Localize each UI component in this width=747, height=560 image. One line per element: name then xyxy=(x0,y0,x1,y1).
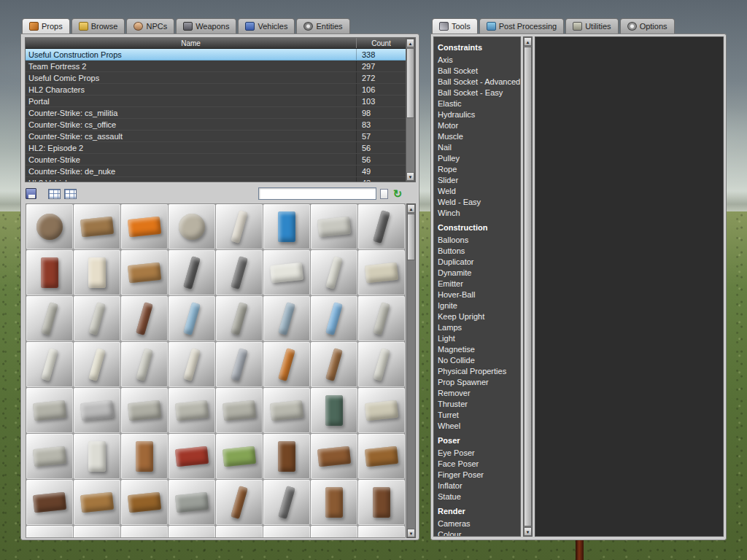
prop-thumbnail[interactable] xyxy=(169,296,215,341)
tool-item[interactable]: Physical Properties xyxy=(434,366,520,377)
scroll-up-button[interactable]: ▲ xyxy=(524,37,532,46)
prop-thumbnail[interactable] xyxy=(26,250,73,295)
tool-item[interactable]: Balloons xyxy=(434,235,520,246)
tool-item[interactable]: Lamps xyxy=(434,322,520,333)
tool-item[interactable]: Prop Spawner xyxy=(434,377,520,388)
tool-item[interactable]: Statue xyxy=(434,491,520,502)
prop-thumbnail[interactable] xyxy=(311,296,357,341)
tool-tab-options[interactable]: Options xyxy=(620,18,675,34)
prop-thumbnail[interactable] xyxy=(216,342,263,387)
tool-item[interactable]: Pulley xyxy=(434,153,520,164)
prop-thumbnail[interactable] xyxy=(169,342,215,387)
prop-thumbnail[interactable] xyxy=(26,480,73,525)
prop-thumbnail[interactable] xyxy=(311,480,357,525)
save-icon[interactable] xyxy=(26,188,36,199)
prop-thumbnail[interactable] xyxy=(358,342,405,387)
tool-item[interactable]: Ball Socket xyxy=(434,66,520,77)
prop-thumbnail[interactable] xyxy=(121,480,168,525)
prop-thumbnail[interactable] xyxy=(263,480,310,525)
prop-thumbnail[interactable] xyxy=(121,204,168,249)
prop-thumbnail[interactable] xyxy=(121,434,168,479)
scroll-down-button[interactable]: ▼ xyxy=(407,529,415,537)
category-row[interactable]: HL2 Characters106 xyxy=(26,84,406,96)
prop-thumbnail[interactable] xyxy=(26,204,73,249)
tool-item[interactable]: Wheel xyxy=(434,421,520,432)
category-row[interactable]: Counter-Strike: cs_office83 xyxy=(26,119,406,131)
tool-item[interactable]: Ball Socket - Advanced xyxy=(434,77,520,88)
tool-list-scrollbar[interactable]: ▲ ▼ xyxy=(523,36,533,537)
tool-item[interactable]: Hover-Ball xyxy=(434,289,520,300)
tool-item[interactable]: Weld xyxy=(434,186,520,197)
prop-thumbnail[interactable] xyxy=(216,526,263,538)
prop-thumbnail[interactable] xyxy=(358,296,405,341)
tool-item[interactable]: Emitter xyxy=(434,279,520,289)
prop-thumbnail[interactable] xyxy=(169,480,215,525)
tool-item[interactable]: Rope xyxy=(434,164,520,175)
prop-thumbnail[interactable] xyxy=(74,250,120,295)
scroll-down-button[interactable]: ▼ xyxy=(406,172,414,181)
prop-thumbnail[interactable] xyxy=(358,388,405,433)
tool-item[interactable]: Colour xyxy=(434,529,520,537)
scroll-up-button[interactable]: ▲ xyxy=(407,204,415,213)
prop-thumbnail[interactable] xyxy=(169,388,215,433)
category-row[interactable]: Useful Comic Props272 xyxy=(26,72,406,84)
tool-item[interactable]: Weld - Easy xyxy=(434,197,520,208)
tool-item[interactable]: Muscle xyxy=(434,131,520,142)
search-input[interactable] xyxy=(258,187,376,200)
prop-thumbnail[interactable] xyxy=(74,526,120,538)
prop-thumbnail[interactable] xyxy=(358,480,405,525)
prop-thumbnail[interactable] xyxy=(121,250,168,295)
prop-thumbnail[interactable] xyxy=(121,526,168,538)
prop-thumbnail[interactable] xyxy=(74,480,120,525)
scroll-down-button[interactable]: ▼ xyxy=(524,527,532,536)
prop-thumbnail[interactable] xyxy=(121,342,168,387)
tool-item[interactable]: Keep Upright xyxy=(434,311,520,322)
scrollbar-thumb[interactable] xyxy=(524,47,532,526)
tool-item[interactable]: Light xyxy=(434,333,520,344)
tool-item[interactable]: Dynamite xyxy=(434,268,520,279)
category-row[interactable]: HL2 Vehicles43 xyxy=(26,177,406,182)
tool-item[interactable]: Inflator xyxy=(434,481,520,491)
tool-item[interactable]: Ball Socket - Easy xyxy=(434,88,520,98)
prop-thumbnail[interactable] xyxy=(26,296,73,341)
detail-view-icon[interactable] xyxy=(64,189,77,199)
scrollbar-thumb[interactable] xyxy=(407,214,415,260)
paste-icon[interactable] xyxy=(380,189,388,199)
category-row[interactable]: Portal103 xyxy=(26,96,406,107)
category-row[interactable]: Counter-Strike: cs_militia98 xyxy=(26,107,406,119)
prop-thumbnail[interactable] xyxy=(26,388,73,433)
prop-thumbnail[interactable] xyxy=(216,250,263,295)
prop-thumbnail[interactable] xyxy=(358,434,405,479)
category-row[interactable]: HL2: Episode 256 xyxy=(26,142,406,154)
prop-thumbnail[interactable] xyxy=(74,204,120,249)
prop-thumbnail[interactable] xyxy=(263,296,310,341)
category-row[interactable]: Counter-Strike: cs_assault57 xyxy=(26,131,406,142)
tool-item[interactable]: Motor xyxy=(434,120,520,131)
prop-thumbnail[interactable] xyxy=(311,204,357,249)
thumbnail-grid-scrollbar[interactable]: ▲ ▼ xyxy=(406,203,416,538)
prop-thumbnail[interactable] xyxy=(311,342,357,387)
category-row[interactable]: Team Fortress 2297 xyxy=(26,61,406,72)
prop-thumbnail[interactable] xyxy=(263,204,310,249)
column-header-count[interactable]: Count xyxy=(356,38,406,48)
tool-item[interactable]: Hydraulics xyxy=(434,109,520,120)
prop-thumbnail[interactable] xyxy=(358,250,405,295)
tool-item[interactable]: Thruster xyxy=(434,399,520,410)
refresh-icon[interactable]: ↻ xyxy=(392,188,403,199)
category-row[interactable]: Counter-Strike56 xyxy=(26,154,406,166)
prop-thumbnail[interactable] xyxy=(26,342,73,387)
category-row[interactable]: Useful Construction Props338 xyxy=(26,49,406,61)
scrollbar-thumb[interactable] xyxy=(406,48,414,118)
spawn-tab-props[interactable]: Props xyxy=(22,18,70,34)
tool-item[interactable]: Duplicator xyxy=(434,257,520,268)
prop-thumbnail[interactable] xyxy=(26,434,73,479)
prop-thumbnail[interactable] xyxy=(263,526,310,538)
tool-item[interactable]: Cameras xyxy=(434,518,520,529)
prop-thumbnail[interactable] xyxy=(74,388,120,433)
prop-thumbnail[interactable] xyxy=(169,526,215,538)
tool-item[interactable]: Face Poser xyxy=(434,459,520,470)
tool-item[interactable]: Buttons xyxy=(434,246,520,257)
prop-thumbnail[interactable] xyxy=(121,388,168,433)
prop-thumbnail[interactable] xyxy=(263,342,310,387)
spawn-tab-entities[interactable]: Entities xyxy=(296,18,349,34)
